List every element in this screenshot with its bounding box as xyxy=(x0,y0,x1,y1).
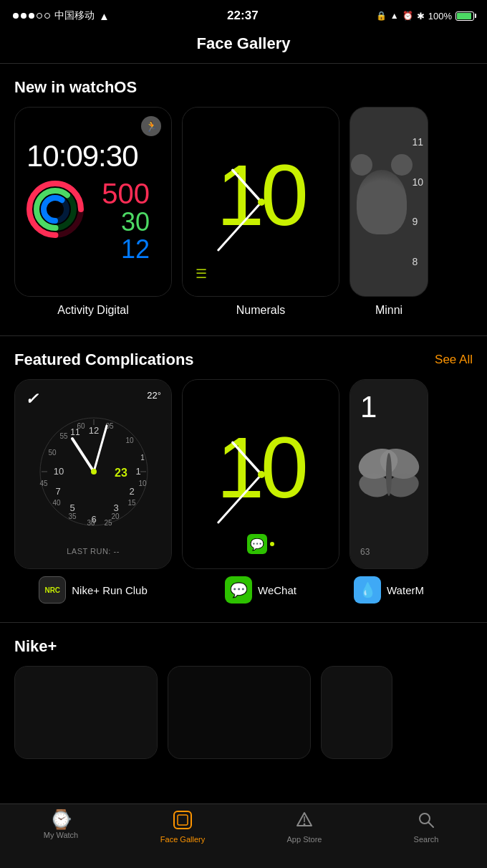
butterfly-face: 1 63 xyxy=(350,380,428,568)
face-gallery-label: Face Gallery xyxy=(160,835,205,844)
tab-face-gallery[interactable]: Face Gallery xyxy=(122,810,244,844)
svg-text:30: 30 xyxy=(87,519,95,527)
tab-app-store[interactable]: App Store xyxy=(244,810,365,844)
minnie-card[interactable]: 11 10 9 8 xyxy=(349,107,428,297)
nike-run-club-card[interactable]: ✓ 22° xyxy=(14,379,172,569)
stat-stand: 12 xyxy=(102,237,150,262)
svg-text:15: 15 xyxy=(127,499,136,507)
svg-text:25: 25 xyxy=(104,519,112,527)
lock-icon: 🔒 xyxy=(376,11,387,21)
time-display: 22:37 xyxy=(227,9,258,23)
svg-text:10: 10 xyxy=(138,480,147,487)
section-header-nike: Nike+ xyxy=(0,637,487,666)
svg-point-52 xyxy=(304,824,306,826)
butterfly-num: 1 xyxy=(360,390,377,424)
list-icon: ☰ xyxy=(196,266,207,282)
svg-text:55: 55 xyxy=(59,432,68,440)
search-icon-svg xyxy=(416,810,436,830)
water-app-name: WaterM xyxy=(387,584,424,596)
water-app-icon: 💧 xyxy=(354,576,381,604)
search-icon xyxy=(416,810,436,833)
minnie-num-11: 11 xyxy=(412,136,423,148)
tab-search[interactable]: Search xyxy=(365,810,487,844)
nike-run-club-wrap: ✓ 22° xyxy=(14,379,172,604)
nike-preview-3[interactable] xyxy=(321,666,392,759)
location-icon: ▲ xyxy=(390,11,399,21)
activity-time: 10:09:30 xyxy=(26,139,160,173)
face-gallery-icon-svg xyxy=(173,810,193,830)
app-store-label: App Store xyxy=(287,835,322,844)
wifi-icon: ▲ xyxy=(99,10,110,22)
svg-line-41 xyxy=(218,474,261,523)
nike-run-face: ✓ 22° xyxy=(15,380,171,568)
carrier-label: 中国移动 xyxy=(54,9,95,22)
section-title-featured: Featured Complications xyxy=(14,350,194,369)
svg-text:12: 12 xyxy=(89,425,99,436)
see-all-link[interactable]: See All xyxy=(435,353,473,367)
svg-text:40: 40 xyxy=(52,499,61,507)
butterfly-bottom-num: 63 xyxy=(360,547,370,557)
numerals-wrap: 10 ☰ Numerals xyxy=(182,107,339,317)
svg-text:3: 3 xyxy=(113,502,118,513)
wechat-app-row: 💬 WeChat xyxy=(225,576,296,604)
nike-last-run: LAST RUN: -- xyxy=(15,547,171,555)
butterfly-svg xyxy=(357,435,421,514)
svg-text:45: 45 xyxy=(39,480,48,487)
svg-text:20: 20 xyxy=(111,512,120,520)
alarm-icon: ⏰ xyxy=(402,11,413,21)
svg-text:1: 1 xyxy=(135,466,140,477)
svg-text:11: 11 xyxy=(70,427,80,437)
tab-my-watch[interactable]: ⌚ My Watch xyxy=(0,810,122,839)
section-title-nike: Nike+ xyxy=(14,637,57,656)
svg-text:50: 50 xyxy=(48,449,57,457)
my-watch-icon: ⌚ xyxy=(49,810,72,829)
svg-rect-49 xyxy=(174,811,191,829)
minnie-num-10: 10 xyxy=(412,176,423,188)
svg-text:2: 2 xyxy=(129,486,134,497)
tab-bar: ⌚ My Watch Face Gallery App Store xyxy=(0,803,487,868)
face-gallery-icon xyxy=(173,810,193,833)
battery-icon xyxy=(455,11,474,21)
featured-cards-row: ✓ 22° xyxy=(0,379,487,604)
numerals-card[interactable]: 10 ☰ xyxy=(182,107,339,297)
page-title: Face Gallery xyxy=(0,29,487,64)
status-bar: 中国移动 ▲ 22:37 🔒 ▲ ⏰ ✱ 100% xyxy=(0,0,487,29)
wechat-bottom-icon: 💬 xyxy=(247,534,274,554)
wechat-face: 10 💬 xyxy=(183,380,339,568)
minnie-label: Minni xyxy=(375,304,402,317)
nike-clock-svg: 12 1 2 3 6 10 7 5 50 55 60 05 xyxy=(15,380,172,569)
stat-move: 500 xyxy=(102,179,150,208)
svg-line-42 xyxy=(233,442,261,474)
numerals-face: 10 ☰ xyxy=(183,108,339,296)
app-store-icon-svg xyxy=(294,810,314,830)
section-header-new: New in watchOS xyxy=(0,78,487,107)
numerals-label: Numerals xyxy=(236,304,285,317)
nike-preview-1[interactable] xyxy=(14,666,158,759)
minnie-num-8: 8 xyxy=(412,256,423,267)
featured-complications-section: Featured Complications See All ✓ 22° xyxy=(0,336,487,611)
svg-text:10: 10 xyxy=(54,466,64,477)
svg-text:35: 35 xyxy=(68,512,77,520)
svg-text:10: 10 xyxy=(125,437,134,444)
search-label: Search xyxy=(414,835,439,844)
app-store-icon xyxy=(294,810,314,833)
svg-point-40 xyxy=(91,469,97,474)
svg-point-43 xyxy=(258,471,265,478)
activity-digital-label: Activity Digital xyxy=(57,304,129,317)
nike-preview-2[interactable] xyxy=(168,666,311,759)
activity-digital-card[interactable]: 🏃 10:09:30 xyxy=(14,107,172,297)
svg-text:7: 7 xyxy=(55,486,60,497)
stat-exercise: 30 xyxy=(102,209,150,235)
svg-text:23: 23 xyxy=(115,467,127,479)
wechat-wrap: 10 💬 xyxy=(182,379,339,604)
svg-point-48 xyxy=(386,453,392,496)
svg-text:5: 5 xyxy=(69,502,74,513)
nike-app-name: Nike+ Run Club xyxy=(72,584,147,596)
svg-point-8 xyxy=(258,199,265,206)
butterfly-card[interactable]: 1 63 xyxy=(349,379,428,569)
svg-text:1: 1 xyxy=(140,454,145,462)
wechat-card[interactable]: 10 💬 xyxy=(182,379,339,569)
minnie-face: 11 10 9 8 xyxy=(350,108,428,296)
section-title-new: New in watchOS xyxy=(14,78,137,97)
svg-line-38 xyxy=(72,439,94,472)
